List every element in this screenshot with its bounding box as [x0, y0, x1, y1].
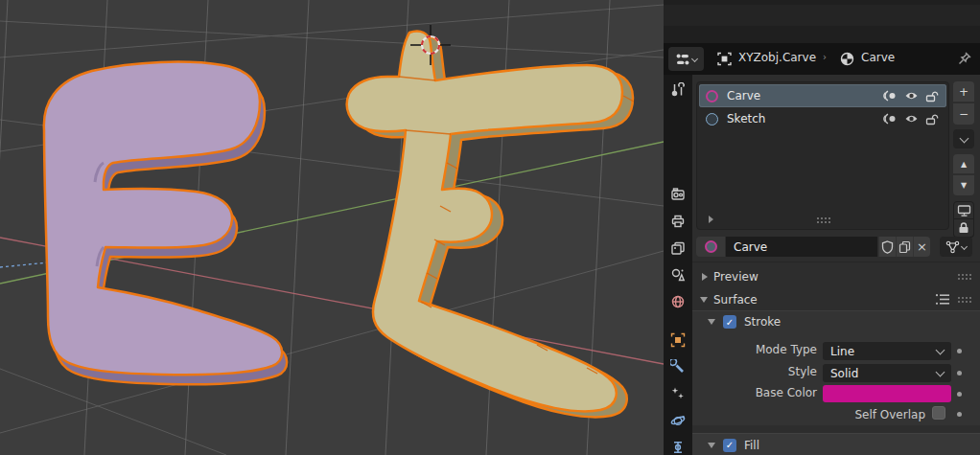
tab-view-layer[interactable]: [664, 236, 692, 261]
panel-drag-grip[interactable]: [957, 296, 972, 304]
chevron-down-icon: [959, 133, 968, 143]
panel-label: Preview: [713, 270, 758, 284]
stroke-enable-checkbox[interactable]: ✓: [723, 315, 736, 329]
breadcrumb-separator: ›: [823, 52, 827, 62]
material-slot-list: Carve: [696, 81, 949, 230]
render-visibility-icon[interactable]: [883, 90, 898, 102]
self-overlap-checkbox[interactable]: [932, 406, 945, 420]
subpanel-fill-header[interactable]: ✓ Fill: [692, 433, 980, 455]
material-slot-name: Sketch: [727, 112, 883, 125]
tab-output[interactable]: [664, 209, 692, 234]
expand-arrow-icon: [708, 443, 715, 448]
properties-header: XYZobj.Carve › Carve: [664, 43, 980, 75]
list-expand-arrow[interactable]: [709, 216, 713, 223]
datablock-buttons: ×: [878, 237, 930, 257]
panel-label: Surface: [713, 293, 758, 307]
style-dropdown[interactable]: Solid: [823, 364, 951, 382]
presets-icon[interactable]: [935, 293, 950, 306]
unlink-button[interactable]: ×: [913, 237, 930, 257]
properties-tab-strip: [664, 75, 692, 455]
animate-dot[interactable]: [957, 412, 962, 417]
add-slot-button[interactable]: +: [953, 81, 974, 102]
material-icon: [840, 52, 854, 66]
shield-icon: [881, 240, 894, 254]
eye-icon[interactable]: [904, 113, 919, 125]
copy-icon: [898, 240, 911, 254]
unlock-icon[interactable]: [925, 90, 939, 102]
fill-enable-checkbox[interactable]: ✓: [723, 439, 736, 452]
material-specials-dropdown[interactable]: [940, 237, 972, 257]
tab-physics[interactable]: [664, 408, 692, 433]
breadcrumb-material[interactable]: Carve: [861, 51, 895, 64]
editor-type-button[interactable]: [668, 47, 704, 71]
lock-toggle[interactable]: [953, 219, 974, 238]
monitor-icon: [957, 204, 971, 217]
properties-editor-icon: [675, 53, 690, 66]
material-slot-row-sketch[interactable]: Sketch: [699, 107, 946, 130]
tab-constraints[interactable]: [664, 435, 692, 455]
expand-arrow-icon: [708, 319, 715, 325]
chevron-down-icon: [936, 345, 945, 354]
collapse-arrow-icon: [702, 273, 708, 281]
list-resize-grip[interactable]: [816, 216, 831, 224]
base-color-swatch[interactable]: [823, 385, 951, 402]
animate-dot[interactable]: [957, 371, 962, 375]
material-preview-button[interactable]: [696, 237, 725, 257]
material-slot-name: Carve: [727, 89, 883, 102]
tab-modifiers[interactable]: [664, 354, 692, 379]
tab-tool[interactable]: [664, 78, 692, 102]
dropdown-value: Line: [830, 345, 937, 358]
chevron-down-icon: [690, 56, 697, 62]
setting-label: Self Overlap: [788, 408, 925, 421]
pin-icon[interactable]: [957, 51, 972, 66]
eye-icon[interactable]: [904, 90, 919, 102]
lock-icon: [957, 221, 970, 235]
breadcrumb-object[interactable]: XYZobj.Carve: [738, 51, 816, 64]
fake-user-button[interactable]: [878, 237, 896, 257]
tab-object[interactable]: [664, 328, 692, 353]
dropdown-value: Solid: [830, 367, 937, 380]
material-preview-sketch: [706, 113, 718, 125]
tab-render[interactable]: [664, 182, 692, 207]
animate-dot[interactable]: [957, 349, 962, 353]
remove-slot-button[interactable]: −: [953, 103, 974, 125]
subpanel-label: Stroke: [744, 315, 781, 329]
datablock-name-field[interactable]: [726, 237, 877, 257]
tab-effects[interactable]: [664, 381, 692, 406]
3d-viewport[interactable]: [0, 0, 664, 455]
expand-arrow-icon: [700, 297, 708, 303]
material-preview-carve: [706, 90, 718, 102]
unlock-icon[interactable]: [925, 113, 939, 125]
material-preview-circle: [705, 240, 717, 253]
mode-type-dropdown[interactable]: Line: [823, 342, 951, 360]
panel-preview[interactable]: Preview: [692, 265, 980, 288]
subpanel-stroke-header[interactable]: ✓ Stroke: [708, 315, 781, 329]
render-visibility-icon[interactable]: [883, 113, 898, 125]
chevron-down-icon: [960, 243, 967, 250]
move-slot-up-button[interactable]: ▲: [953, 154, 974, 174]
setting-label: Style: [721, 365, 817, 378]
tab-scene[interactable]: [664, 262, 692, 287]
tab-world[interactable]: [664, 289, 692, 314]
blender-window: XYZobj.Carve › Carve: [0, 0, 980, 455]
outliner-bottom-strip: [664, 0, 980, 43]
object-icon: [717, 52, 732, 66]
new-material-button[interactable]: [896, 237, 913, 257]
setting-label: Base Color: [721, 386, 817, 399]
show-on-screen-toggle[interactable]: [953, 201, 974, 219]
subpanel-label: Fill: [744, 439, 759, 452]
viewport-scene: [0, 0, 664, 455]
properties-editor: XYZobj.Carve › Carve: [664, 0, 980, 455]
letter-E-purple[interactable]: [44, 62, 287, 385]
setting-label: Mode Type: [721, 343, 817, 356]
slot-specials-button[interactable]: [953, 129, 974, 148]
node-triangle-icon: [945, 240, 960, 254]
material-slot-row-carve[interactable]: Carve: [699, 84, 946, 107]
animate-dot[interactable]: [957, 392, 962, 397]
chevron-down-icon: [936, 367, 945, 376]
move-slot-down-button[interactable]: ▼: [953, 175, 974, 195]
panel-drag-grip[interactable]: [957, 273, 972, 281]
